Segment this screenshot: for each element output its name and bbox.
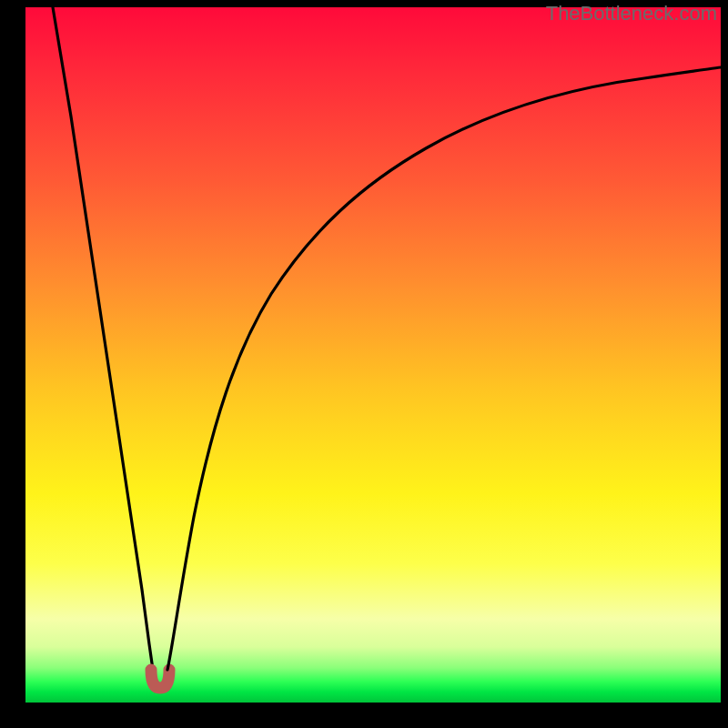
curve-right-branch xyxy=(167,67,721,670)
minimum-u-marker xyxy=(151,670,169,688)
curve-left-branch xyxy=(53,7,153,670)
curves-svg xyxy=(25,7,721,703)
chart-frame: TheBottleneck.com xyxy=(0,0,728,728)
watermark-text: TheBottleneck.com xyxy=(546,2,717,25)
plot-area xyxy=(25,7,721,703)
